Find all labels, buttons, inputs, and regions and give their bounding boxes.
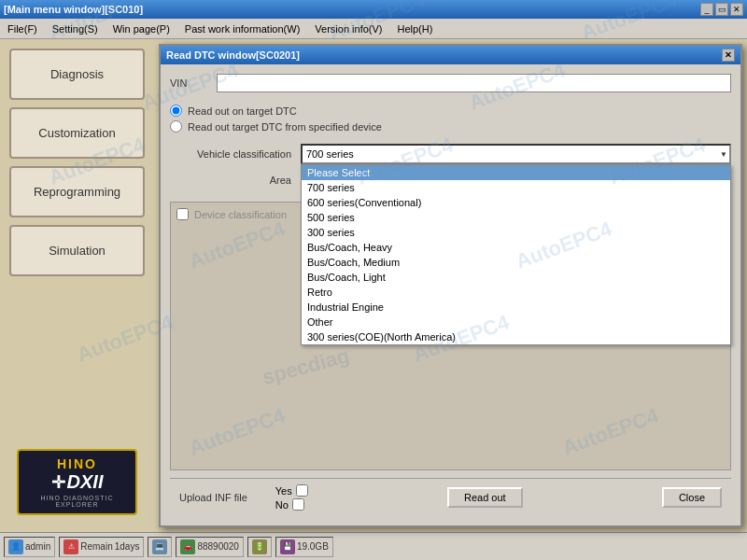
menu-bar: File(F) Setting(S) Win page(P) Past work… bbox=[0, 19, 747, 39]
menu-pastwork[interactable]: Past work information(W) bbox=[177, 21, 307, 36]
radio-readout-specified[interactable] bbox=[170, 120, 182, 133]
hino-brand-text: HINO bbox=[57, 456, 97, 471]
status-remain-label: Remain bbox=[80, 541, 112, 552]
modal-footer: Upload INF file Yes No Read out bbox=[170, 478, 731, 516]
status-disk-size-value: 19.0GB bbox=[297, 541, 329, 552]
status-disk: 🔋 bbox=[247, 537, 272, 557]
main-window-title: [Main menu window][SC010] bbox=[4, 4, 143, 15]
sidebar-btn-simulation[interactable]: Simulation bbox=[9, 225, 145, 276]
dropdown-current: 700 series bbox=[306, 148, 354, 160]
status-days: 1days bbox=[115, 541, 140, 552]
status-bar: 👤 admin ⚠ Remain 1days 💻 🚗 88890020 🔋 💾 … bbox=[0, 532, 747, 560]
radio-readout-target-label: Read out on target DTC bbox=[188, 105, 297, 117]
status-username: admin bbox=[25, 541, 50, 552]
close-modal-button[interactable]: Close bbox=[662, 487, 722, 508]
logo-area: HINO ✛ DXII HINO DIAGNOSTIC EXPLORER bbox=[9, 441, 145, 523]
menu-versioninfo[interactable]: Version info(V) bbox=[307, 21, 389, 36]
status-user: 👤 admin bbox=[4, 537, 55, 557]
yes-row: Yes bbox=[275, 484, 308, 497]
dropdown-option-bus-light[interactable]: Bus/Coach, Light bbox=[302, 270, 730, 285]
no-row: No bbox=[275, 498, 308, 511]
device-classification-checkbox[interactable] bbox=[176, 208, 189, 220]
dropdown-option-600[interactable]: 600 series(Conventional) bbox=[302, 195, 730, 210]
no-checkbox[interactable] bbox=[292, 498, 304, 511]
dxii-cross-icon: ✛ bbox=[51, 472, 65, 493]
main-title-bar: [Main menu window][SC010] _ ▭ ✕ bbox=[0, 0, 747, 19]
minimize-button[interactable]: _ bbox=[700, 3, 713, 16]
computer-icon: 💻 bbox=[152, 539, 167, 554]
area-label: Area bbox=[170, 175, 291, 186]
vehicle-classification-dropdown[interactable]: 700 series ▼ Please Select 700 series 60… bbox=[301, 144, 731, 164]
menu-settings[interactable]: Setting(S) bbox=[45, 21, 106, 36]
dropdown-option-300-coe[interactable]: 300 series(COE)(North America) bbox=[302, 329, 730, 344]
title-bar-controls: _ ▭ ✕ bbox=[700, 3, 743, 16]
modal-body: VIN Read out on target DTC Read out targ… bbox=[161, 64, 740, 525]
dxii-model-text: DXII bbox=[67, 471, 104, 493]
warning-icon: ⚠ bbox=[63, 539, 78, 554]
read-dtc-modal: Read DTC window[SC0201] ✕ VIN Read out o… bbox=[159, 44, 742, 527]
modal-title-text: Read DTC window[SC0201] bbox=[166, 49, 300, 61]
classification-section: Vehicle classification 700 series ▼ Plea… bbox=[170, 144, 731, 190]
dropdown-option-500[interactable]: 500 series bbox=[302, 210, 730, 225]
status-disk-size: 💾 19.0GB bbox=[275, 537, 333, 557]
restore-button[interactable]: ▭ bbox=[715, 3, 728, 16]
hino-logo: HINO ✛ DXII HINO DIAGNOSTIC EXPLORER bbox=[17, 449, 137, 515]
battery-icon: 🔋 bbox=[252, 539, 267, 554]
dropdown-option-retro[interactable]: Retro bbox=[302, 285, 730, 300]
vin-label: VIN bbox=[170, 77, 207, 89]
no-label: No bbox=[275, 499, 289, 511]
radio-readout-target-row: Read out on target DTC bbox=[170, 105, 731, 117]
status-vehicle-id: 88890020 bbox=[197, 541, 239, 552]
sidebar-btn-customization[interactable]: Customization bbox=[9, 107, 145, 159]
dxii-logo: ✛ DXII bbox=[51, 471, 104, 493]
vehicle-classification-row: Vehicle classification 700 series ▼ Plea… bbox=[170, 144, 731, 164]
modal-title-bar: Read DTC window[SC0201] ✕ bbox=[161, 46, 740, 64]
hino-subtitle: HINO DIAGNOSTIC EXPLORER bbox=[24, 495, 130, 508]
radio-group: Read out on target DTC Read out target D… bbox=[170, 105, 731, 133]
upload-inf-label: Upload INF file bbox=[179, 492, 247, 503]
dropdown-selected-value[interactable]: 700 series ▼ bbox=[301, 144, 731, 164]
status-remaining: ⚠ Remain 1days bbox=[59, 537, 144, 557]
vehicle-classification-label: Vehicle classification bbox=[170, 148, 291, 160]
yes-label: Yes bbox=[275, 485, 292, 497]
content-area: Read DTC window[SC0201] ✕ VIN Read out o… bbox=[154, 39, 747, 532]
menu-file[interactable]: File(F) bbox=[0, 21, 45, 36]
yes-checkbox[interactable] bbox=[296, 484, 308, 497]
close-button[interactable]: ✕ bbox=[730, 3, 743, 16]
menu-webpage[interactable]: Win page(P) bbox=[106, 21, 177, 36]
modal-close-button[interactable]: ✕ bbox=[722, 49, 735, 62]
dropdown-option-700[interactable]: 700 series bbox=[302, 180, 730, 195]
dropdown-list: Please Select 700 series 600 series(Conv… bbox=[301, 164, 731, 345]
radio-readout-specified-label: Read out target DTC from specified devic… bbox=[188, 121, 382, 133]
dropdown-option-300[interactable]: 300 series bbox=[302, 225, 730, 240]
disk-icon: 💾 bbox=[280, 539, 295, 554]
radio-readout-specified-row: Read out target DTC from specified devic… bbox=[170, 120, 731, 133]
sidebar-btn-diagnosis[interactable]: Diagnosis bbox=[9, 49, 145, 100]
modal-overlay: Read DTC window[SC0201] ✕ VIN Read out o… bbox=[154, 39, 747, 532]
vin-input[interactable] bbox=[217, 74, 731, 92]
dropdown-arrow-icon: ▼ bbox=[720, 150, 727, 159]
dropdown-option-bus-medium[interactable]: Bus/Coach, Medium bbox=[302, 255, 730, 270]
dropdown-option-other[interactable]: Other bbox=[302, 315, 730, 329]
dropdown-option-please-select[interactable]: Please Select bbox=[302, 165, 730, 180]
sidebar: Diagnosis Customization Reprogramming Si… bbox=[0, 39, 154, 532]
vin-row: VIN bbox=[170, 74, 731, 92]
device-classification-label: Device classification bbox=[194, 209, 287, 220]
menu-help[interactable]: Help(H) bbox=[389, 21, 440, 36]
person-icon: 👤 bbox=[8, 539, 23, 554]
main-area: Diagnosis Customization Reprogramming Si… bbox=[0, 39, 747, 532]
readout-button[interactable]: Read out bbox=[447, 487, 523, 508]
status-vehicle: 💻 bbox=[148, 537, 172, 557]
sidebar-btn-reprogramming[interactable]: Reprogramming bbox=[9, 166, 145, 217]
car-icon: 🚗 bbox=[180, 539, 195, 554]
dropdown-option-bus-heavy[interactable]: Bus/Coach, Heavy bbox=[302, 240, 730, 255]
status-car: 🚗 88890020 bbox=[176, 537, 244, 557]
radio-readout-target[interactable] bbox=[170, 105, 182, 117]
yes-no-group: Yes No bbox=[275, 484, 308, 511]
dropdown-option-industrial[interactable]: Industrial Engine bbox=[302, 300, 730, 315]
